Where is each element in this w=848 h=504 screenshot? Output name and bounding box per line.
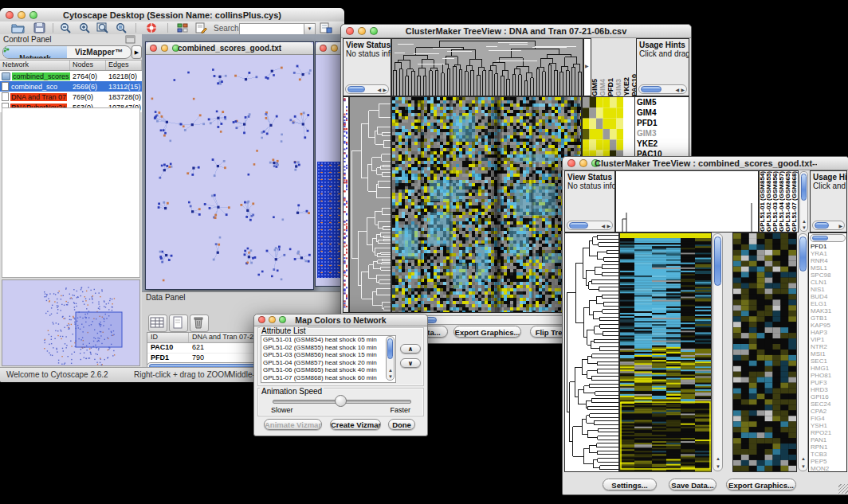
treeview-button[interactable]: Export Graphics... bbox=[453, 326, 521, 338]
move-down-button[interactable]: ∨ bbox=[400, 358, 421, 368]
network-canvas[interactable] bbox=[146, 55, 313, 289]
minimize-button[interactable] bbox=[161, 45, 168, 52]
close-button[interactable] bbox=[6, 11, 14, 19]
close-button[interactable] bbox=[150, 45, 157, 52]
attribute-item[interactable]: GPL51-07 (GSM868) heat shock 60 min bbox=[261, 374, 395, 382]
network-row[interactable]: combined_scores 2764(0) 16218(0) bbox=[0, 71, 142, 81]
zoom-selected-icon[interactable] bbox=[115, 22, 128, 33]
attribute-item[interactable]: GPL51-03 (GSM856) heat shock 15 min bbox=[261, 351, 395, 359]
gene-label-hscrollbar[interactable] bbox=[810, 234, 846, 242]
help-lifering-icon[interactable] bbox=[145, 22, 159, 33]
gene-label[interactable]: FIG4 bbox=[809, 415, 846, 422]
gene-label[interactable]: RNR4 bbox=[809, 257, 846, 264]
treeview2-titlebar[interactable]: ClusterMaker TreeView : combined_scores_… bbox=[563, 157, 848, 170]
gene-label[interactable]: MON2 bbox=[809, 465, 846, 471]
column-label[interactable]: GPL51-08 (GSM872) bbox=[798, 171, 799, 232]
minimize-button[interactable] bbox=[18, 11, 26, 19]
tab-network[interactable]: Network bbox=[3, 46, 67, 58]
zoom-fit-icon[interactable] bbox=[96, 22, 110, 33]
gene-label[interactable]: CLN1 bbox=[809, 279, 846, 286]
create-vizmap-button[interactable]: Create Vizmap bbox=[330, 419, 381, 430]
column-dendrogram[interactable] bbox=[391, 38, 583, 96]
float-panel-icon[interactable] bbox=[125, 35, 139, 46]
gene-label[interactable]: RPO21 bbox=[809, 429, 846, 436]
close-button[interactable] bbox=[346, 27, 354, 35]
zoom-in-icon[interactable] bbox=[78, 22, 92, 33]
gene-label[interactable]: NTR2 bbox=[809, 343, 846, 350]
attribute-listbox[interactable]: GPL51-01 (GSM854) heat shock 05 minGPL51… bbox=[261, 335, 396, 383]
animate-vizmap-button[interactable]: Animate Vizmap bbox=[264, 419, 322, 430]
gene-label[interactable]: MSI1 bbox=[809, 350, 846, 357]
view-status-scrollbar[interactable]: ◀▶ bbox=[567, 221, 613, 230]
gene-label[interactable]: GPI16 bbox=[809, 393, 846, 400]
column-label[interactable]: GIM3 bbox=[615, 79, 622, 96]
done-button[interactable]: Done bbox=[388, 419, 415, 430]
gene-label[interactable]: HMG1 bbox=[809, 365, 846, 372]
attribute-item[interactable]: GPL51-04 (GSM857) heat shock 20 min bbox=[261, 359, 395, 367]
gene-label[interactable]: HAP3 bbox=[809, 329, 846, 336]
birdseye-view[interactable] bbox=[2, 279, 140, 366]
column-label[interactable]: GIM5 bbox=[591, 79, 599, 96]
gene-label[interactable]: YSH1 bbox=[809, 422, 846, 429]
view-status-scrollbar[interactable]: ◀▶ bbox=[345, 84, 389, 94]
zoom-out-icon[interactable] bbox=[59, 22, 73, 33]
network-row[interactable]: combined_sco 2569(6) 13112(15) bbox=[0, 81, 142, 92]
minimize-button[interactable] bbox=[579, 159, 587, 167]
global-heatmap[interactable] bbox=[619, 232, 712, 472]
zoom-heatmap[interactable] bbox=[732, 232, 797, 472]
close-button[interactable] bbox=[258, 316, 265, 323]
gene-label[interactable]: GTB1 bbox=[809, 315, 846, 322]
gene-label[interactable]: PFD1 bbox=[635, 118, 689, 128]
annotation-icon[interactable] bbox=[195, 22, 209, 33]
open-file-icon[interactable] bbox=[11, 22, 25, 33]
main-titlebar[interactable]: Cytoscape Desktop (Session Name: collins… bbox=[0, 8, 344, 22]
gene-label[interactable]: ELG1 bbox=[809, 300, 846, 307]
gene-label[interactable]: CPA2 bbox=[809, 408, 846, 415]
gene-label[interactable]: MSL1 bbox=[809, 264, 846, 272]
delete-attribute-trash-icon[interactable] bbox=[190, 315, 209, 332]
new-attribute-icon[interactable] bbox=[169, 315, 188, 332]
treeview-button[interactable]: Save Data... bbox=[669, 479, 716, 490]
tab-overflow-button[interactable]: ▶ bbox=[132, 45, 142, 59]
gene-label[interactable]: TCB3 bbox=[809, 451, 846, 458]
treeview-button[interactable]: Export Graphics... bbox=[726, 479, 796, 490]
row-dendrogram[interactable] bbox=[564, 232, 619, 472]
gene-label[interactable]: MAK31 bbox=[809, 307, 846, 315]
close-button[interactable] bbox=[567, 159, 575, 167]
network-window-titlebar[interactable]: combined_scores_good.txt--cluste... bbox=[146, 42, 313, 55]
minimize-button[interactable] bbox=[358, 27, 366, 35]
global-heatmap[interactable] bbox=[391, 96, 582, 313]
attribute-item[interactable]: GPL51-06 (GSM865) heat shock 40 min bbox=[261, 366, 395, 374]
zoom-button[interactable] bbox=[279, 316, 286, 323]
move-up-button[interactable]: ∧ bbox=[400, 344, 421, 354]
usage-hints-scrollbar[interactable]: ◀▶ bbox=[638, 84, 687, 94]
gene-label[interactable]: RPN1 bbox=[809, 443, 846, 451]
gene-label[interactable]: SPC98 bbox=[809, 272, 846, 279]
minimize-button[interactable] bbox=[331, 45, 338, 52]
resize-grip[interactable] bbox=[838, 484, 848, 494]
zoom-heatmap-vscrollbar[interactable]: ▲▼ bbox=[798, 233, 808, 471]
node-grid-icon[interactable] bbox=[176, 22, 190, 33]
dendrogram-splitter[interactable]: ▶ bbox=[583, 38, 591, 96]
global-heatmap-vscrollbar[interactable]: ▲▼ bbox=[713, 233, 723, 471]
treeview1-titlebar[interactable]: ClusterMaker TreeView : DNA and Tran 07-… bbox=[341, 25, 691, 38]
tab-vizmapper[interactable]: VizMapper™ bbox=[67, 46, 131, 58]
column-label[interactable]: GIM4 bbox=[599, 79, 607, 96]
gene-label[interactable]: GIM3 bbox=[635, 128, 689, 139]
dialog-titlebar[interactable]: Map Colors to Network bbox=[254, 315, 427, 326]
attribute-item[interactable]: GPL51-01 (GSM854) heat shock 05 min bbox=[261, 336, 395, 344]
column-label[interactable]: YKE2 bbox=[623, 77, 630, 96]
minimize-button[interactable] bbox=[269, 316, 276, 323]
save-icon[interactable] bbox=[33, 22, 47, 33]
gene-label[interactable]: GIM4 bbox=[635, 107, 689, 118]
import-table-icon[interactable] bbox=[320, 22, 333, 33]
gene-label[interactable]: KAP95 bbox=[809, 322, 846, 329]
gene-label[interactable]: SEC24 bbox=[809, 400, 846, 408]
gene-label[interactable]: NIS1 bbox=[809, 286, 846, 293]
attribute-table-icon[interactable] bbox=[148, 315, 167, 332]
gene-label[interactable]: YKE2 bbox=[635, 139, 689, 149]
gene-label[interactable]: BUD4 bbox=[809, 293, 846, 300]
gene-label[interactable]: YRA1 bbox=[809, 250, 846, 257]
speed-slider-thumb[interactable] bbox=[335, 395, 347, 407]
network-row[interactable]: DNA and Tran 07 769(0) 183728(0) bbox=[0, 92, 142, 102]
